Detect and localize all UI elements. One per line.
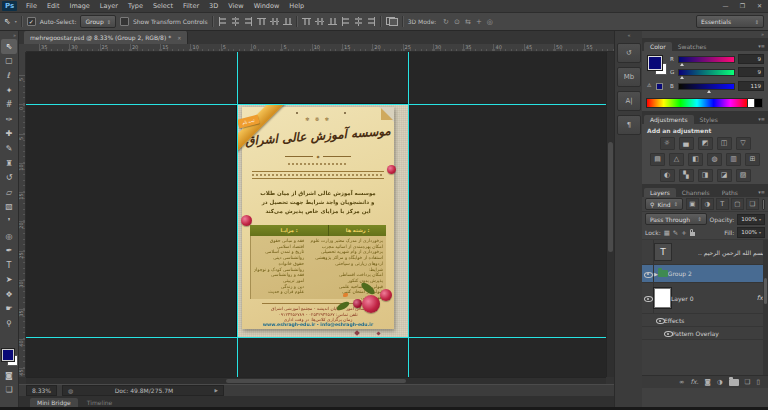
blur-tool[interactable]: ❜	[1, 214, 17, 229]
tab-swatches[interactable]: Swatches	[672, 42, 713, 51]
clone-stamp-tool[interactable]: ♜	[1, 156, 17, 171]
distribute-right-edges-icon[interactable]	[367, 17, 376, 26]
adjustment-icon[interactable]: △	[669, 153, 684, 166]
scrollbar-thumb[interactable]	[608, 142, 613, 252]
menu-item[interactable]: 3D	[204, 0, 223, 12]
add-mask-icon[interactable]: ◙	[705, 378, 711, 386]
lock-transparent-icon[interactable]: ▦	[664, 229, 670, 237]
layer-filter-icon[interactable]: ◑	[701, 198, 714, 210]
auto-select-checkbox[interactable]: ✓	[27, 17, 36, 26]
guide-horizontal[interactable]	[26, 337, 606, 338]
menu-item[interactable]: Edit	[42, 0, 65, 12]
tab-adjustments[interactable]: Adjustments	[644, 115, 694, 124]
canvas-area[interactable]: ✻ ❁ ✻ موسسه آموزش عالی اشراق ◆ موسسه آمو…	[26, 52, 606, 377]
shape-tool[interactable]: ❖	[1, 287, 17, 302]
tab-paths[interactable]: Paths	[716, 188, 744, 197]
3d-drag-icon[interactable]: ⇆	[462, 18, 473, 26]
panel-menu-icon[interactable]: ▾≡	[758, 43, 768, 51]
align-left-edges-icon[interactable]	[218, 17, 227, 26]
menu-item[interactable]: Select	[148, 0, 178, 12]
adjustment-icon[interactable]: ▄	[679, 137, 694, 150]
screen-mode-icon[interactable]: ❏	[0, 385, 18, 397]
align-vertical-centers-icon[interactable]	[231, 17, 240, 26]
menu-item[interactable]: Image	[64, 0, 94, 12]
paragraph-icon[interactable]: ¶	[617, 115, 641, 135]
panel-menu-icon[interactable]: ▾≡	[758, 116, 768, 124]
tab-close-icon[interactable]: ✕	[177, 35, 181, 41]
gamut-color-swatch[interactable]	[656, 83, 663, 90]
visibility-toggle[interactable]	[642, 265, 654, 282]
blue-value-field[interactable]: 119	[738, 81, 764, 91]
tab-styles[interactable]: Styles	[694, 115, 724, 124]
adjustment-icon[interactable]: ◪	[717, 169, 732, 182]
green-slider[interactable]	[678, 69, 735, 76]
adjustment-icon[interactable]: ▚	[679, 169, 694, 182]
menu-item[interactable]: Help	[284, 0, 309, 12]
scrollbar-thumb[interactable]	[226, 379, 406, 383]
menu-item[interactable]: Window	[249, 0, 285, 12]
pattern-overlay-label[interactable]: Pattern Overlay	[672, 330, 719, 337]
layer-name[interactable]: Layer 0	[671, 295, 693, 302]
menu-item[interactable]: View	[223, 0, 248, 12]
expand-panels-icon[interactable]: «	[615, 31, 643, 39]
menu-item[interactable]: File	[21, 0, 42, 12]
red-slider[interactable]	[678, 56, 735, 63]
zoom-level-field[interactable]: 8.33%	[26, 385, 57, 396]
guide-vertical[interactable]	[408, 52, 409, 377]
adjustment-icon[interactable]: ▥	[726, 153, 741, 166]
tool-preset-arrow-icon[interactable]: ▾	[15, 19, 17, 24]
blend-mode-dropdown[interactable]: Pass Through ⇕	[645, 213, 707, 225]
filter-toggle-icon[interactable]	[762, 199, 765, 210]
adjustment-icon[interactable]: ☼	[660, 137, 675, 150]
healing-brush-tool[interactable]: ✚	[1, 127, 17, 142]
marquee-tool[interactable]: ▢	[1, 54, 17, 69]
adjustment-icon[interactable]: ◩	[698, 137, 713, 150]
zoom-tool[interactable]: ⚲	[1, 316, 17, 331]
lock-paint-icon[interactable]: ✎	[673, 229, 678, 237]
3d-rotate-icon[interactable]: ↻	[440, 18, 451, 26]
close-button[interactable]: ✕	[751, 0, 768, 12]
status-popup-arrow-icon[interactable]: ▶	[215, 388, 218, 393]
blue-slider[interactable]	[678, 83, 735, 90]
workspace-switcher[interactable]: Essentials ⇕	[696, 15, 764, 28]
align-bottom-edges-icon[interactable]	[283, 17, 292, 26]
layer-row-pattern-overlay[interactable]: Pattern Overlay	[642, 327, 768, 340]
adjustment-icon[interactable]: ◫	[717, 137, 732, 150]
distribute-bottom-edges-icon[interactable]	[328, 17, 337, 26]
move-tool[interactable]: ⇖	[1, 39, 17, 54]
layer-filter-icon[interactable]: ▣	[686, 198, 699, 210]
eye-icon[interactable]	[664, 329, 672, 337]
adjustment-icon[interactable]: ▤	[650, 153, 665, 166]
layer-thumbnail[interactable]	[654, 288, 671, 308]
menu-item[interactable]: Type	[123, 0, 148, 12]
foreground-color-swatch[interactable]	[648, 56, 662, 70]
layer-row-type[interactable]: T بسم الله الرحمن الرحيم ..	[642, 240, 768, 265]
visibility-toggle[interactable]	[642, 240, 654, 264]
tab-color[interactable]: Color	[644, 42, 672, 51]
quick-selection-tool[interactable]: ✦	[1, 83, 17, 98]
minimize-button[interactable]: —	[717, 0, 734, 12]
adjustment-icon[interactable]: ◧	[688, 153, 703, 166]
layer-row-layer0[interactable]: Layer 0 fx.	[642, 283, 768, 314]
visibility-toggle[interactable]	[642, 283, 654, 313]
path-selection-tool[interactable]: ➤	[1, 273, 17, 288]
pen-tool[interactable]: ✒	[1, 243, 17, 258]
tab-channels[interactable]: Channels	[676, 188, 716, 197]
align-horizontal-centers-icon[interactable]	[270, 17, 279, 26]
show-transform-checkbox[interactable]	[120, 17, 129, 26]
distribute-vertical-centers-icon[interactable]	[315, 17, 324, 26]
slider-thumb-icon[interactable]	[680, 76, 684, 79]
document-tab[interactable]: mehregoostar.psd @ 8.33% (Group 2, RGB/8…	[24, 31, 188, 44]
distribute-top-edges-icon[interactable]	[302, 17, 311, 26]
quick-mask-icon[interactable]: ◙	[0, 371, 18, 383]
auto-align-layers-icon[interactable]	[386, 17, 398, 26]
adjustment-icon[interactable]: ▽	[736, 137, 751, 150]
menu-item[interactable]: Layer	[95, 0, 123, 12]
adjustment-icon[interactable]: ▨	[736, 169, 751, 182]
layer-filter-icon[interactable]: ▢	[731, 198, 744, 210]
lock-all-icon[interactable]	[690, 232, 695, 236]
poster-document[interactable]: ✻ ❁ ✻ موسسه آموزش عالی اشراق ◆ موسسه آمو…	[237, 104, 408, 337]
foreground-color-swatch[interactable]	[2, 349, 14, 361]
link-layers-icon[interactable]: ∞	[679, 378, 684, 386]
red-value-field[interactable]: 9	[738, 54, 764, 64]
